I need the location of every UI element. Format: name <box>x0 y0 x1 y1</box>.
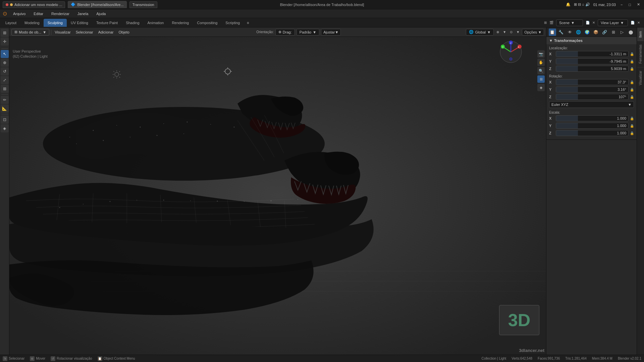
notification-icon[interactable]: 🔔 <box>566 2 571 7</box>
header-selecionar[interactable]: Selecionar <box>74 29 95 35</box>
tab-modeling[interactable]: Modeling <box>20 19 44 27</box>
euler-dropdown[interactable]: Euler XYZ ▼ <box>549 101 634 108</box>
transmission-tab[interactable]: Transmission <box>129 1 157 8</box>
scene-dropdown[interactable]: Scene ▼ <box>556 19 583 26</box>
scale-y-lock[interactable]: 🔒 <box>630 124 634 128</box>
tab-animation[interactable]: Animation <box>144 19 168 27</box>
app-icon-tab[interactable]: Adicionar um novo modelo ... <box>3 1 65 8</box>
tool-move[interactable]: ⊕ <box>1 59 9 67</box>
strip-visualizar-tab[interactable]: Visualizar <box>637 67 644 88</box>
menu-arquivo[interactable]: Arquivo <box>11 11 28 17</box>
rpanel-tab-view[interactable]: 👁 <box>566 28 574 36</box>
rot-y-lock[interactable]: 🔒 <box>630 88 634 92</box>
strip-ferramentas-tab[interactable]: Ferramentas <box>637 41 644 67</box>
camera-btn[interactable]: 📷 <box>537 50 545 58</box>
rpanel-tab-modifier[interactable]: ⊞ <box>610 28 617 36</box>
nav-gizmo[interactable]: X Y Z <box>499 40 523 64</box>
header-objeto[interactable]: Objeto <box>117 29 131 35</box>
mode-dropdown[interactable]: ⊞ Modo de ob... ▼ <box>11 29 49 36</box>
global-dropdown[interactable]: 🌐 Global ▼ <box>466 29 494 36</box>
options-btn[interactable]: Opções ▼ <box>522 29 544 36</box>
rpanel-tab-material[interactable]: ⬤ <box>627 28 635 36</box>
drag-dropdown[interactable]: ⊕ Drag: <box>275 29 295 36</box>
rot-y-value[interactable]: 3.16° <box>556 86 629 93</box>
menu-ajuda[interactable]: Ajuda <box>94 11 108 17</box>
tool-annotate[interactable]: ✏ <box>1 96 9 104</box>
ajustar-btn[interactable]: Ajustar ▼ <box>321 29 341 36</box>
render-mode-btn[interactable]: ⊞ <box>537 75 545 83</box>
rot-x-lock[interactable]: 🔒 <box>630 80 634 84</box>
tab-shading[interactable]: Shading <box>122 19 143 27</box>
magnet-btn[interactable]: ⊕ <box>495 29 501 35</box>
tool-extra-1[interactable]: ⊡ <box>1 116 9 124</box>
tab1-label[interactable]: Adicionar um novo modelo ... <box>14 3 62 7</box>
tab-sculpting[interactable]: Sculpting <box>44 19 67 27</box>
scale-z-row: Z 1.000 🔒 <box>549 130 634 136</box>
scale-z-value[interactable]: 1.000 <box>556 130 629 136</box>
snap-type-btn[interactable]: ▼ <box>501 29 507 35</box>
tab-texture-paint[interactable]: Texture Paint <box>92 19 122 27</box>
rpanel-tab-item[interactable]: 📋 <box>549 28 556 36</box>
padrao-chevron: ▼ <box>313 30 316 34</box>
minimize-btn[interactable]: − <box>619 3 624 7</box>
rot-z-value[interactable]: 107° <box>556 94 629 100</box>
tool-scale[interactable]: ⤢ <box>1 76 9 84</box>
header-visualizar[interactable]: Visualizar <box>53 29 72 35</box>
scale-z-lock[interactable]: 🔒 <box>630 131 634 135</box>
tab-rendering[interactable]: Rendering <box>168 19 193 27</box>
blender-tab[interactable]: 🔷 Blender [/home/allison/Are... <box>68 1 126 8</box>
add-workspace-btn[interactable]: + <box>244 19 252 27</box>
zoom-btn[interactable]: 🔍 <box>537 67 545 74</box>
close-btn[interactable]: ✕ <box>636 2 641 7</box>
tab-scripting[interactable]: Scripting <box>221 19 244 27</box>
rpanel-tab-object[interactable]: 📦 <box>592 28 600 36</box>
menu-renderizar[interactable]: Renderizar <box>49 11 71 17</box>
rot-x-value[interactable]: 37.3° <box>556 79 629 85</box>
view-layer-dropdown[interactable]: View Layer ▼ <box>598 19 628 26</box>
proptype-btn[interactable]: ▼ <box>515 29 521 35</box>
tab3-label: Transmission <box>132 3 154 7</box>
loc-x-lock[interactable]: 🔒 <box>630 52 634 56</box>
strip-item-tab[interactable]: Item <box>637 27 644 41</box>
tool-rotate[interactable]: ↺ <box>1 67 9 75</box>
rpanel-tab-constraint[interactable]: 🔗 <box>601 28 608 36</box>
rotacao-group: Rotação: X 37.3° 🔒 Y 3.16° 🔒 Z 107° <box>549 74 634 108</box>
loc-z-lock[interactable]: 🔒 <box>630 67 634 71</box>
mouse-icon: 🖱 <box>3 356 7 361</box>
scale-x-lock[interactable]: 🔒 <box>630 117 634 120</box>
tool-measure[interactable]: 📐 <box>1 105 9 113</box>
loc-y-lock[interactable]: 🔒 <box>630 60 634 63</box>
tool-transform[interactable]: ⊞ <box>1 85 9 93</box>
menu-editar[interactable]: Editar <box>32 11 45 17</box>
proportional-btn[interactable]: ⊙ <box>508 29 514 35</box>
tab-layout[interactable]: Layout <box>1 19 20 27</box>
rpanel-tab-scene[interactable]: 🌐 <box>575 28 582 36</box>
rpanel-tab-data[interactable]: ▷ <box>619 28 626 36</box>
rot-z-lock[interactable]: 🔒 <box>630 95 634 99</box>
menu-janela[interactable]: Janela <box>75 11 90 17</box>
tool-extra-2[interactable]: ◈ <box>1 124 9 132</box>
loc-x-value[interactable]: -1.3311 m <box>556 51 629 57</box>
tool-mode-btn[interactable]: ⊞ <box>1 29 9 37</box>
padrao-dropdown[interactable]: Padrão ▼ <box>297 29 319 36</box>
rpanel-tab-tool[interactable]: 🔧 <box>557 28 565 36</box>
tool-header-btn[interactable]: ✛ <box>1 38 9 46</box>
global-chevron: ▼ <box>487 30 491 34</box>
header-adicionar[interactable]: Adicionar <box>97 29 115 35</box>
tool-cursor[interactable]: ↖ <box>1 50 9 58</box>
viewport-3d[interactable]: User Perspective (62) Collection | Light… <box>9 37 546 355</box>
rpanel-tab-world[interactable]: 🌍 <box>584 28 591 36</box>
loc-y-value[interactable]: -9.7945 m <box>556 58 629 64</box>
collection-label: (62) Collection | Light <box>13 54 48 59</box>
scale-y-value[interactable]: 1.000 <box>556 123 629 129</box>
overlay-btn[interactable]: ◈ <box>537 84 545 91</box>
maximize-btn[interactable]: □ <box>627 3 632 7</box>
scale-x-value[interactable]: 1.000 <box>556 115 629 121</box>
transformacoes-title[interactable]: ▼ Transformações <box>546 37 637 44</box>
tab-uv-editing[interactable]: UV Editing <box>67 19 92 27</box>
context-label: Object Context Menu <box>104 357 135 360</box>
hand-btn[interactable]: ✋ <box>537 59 545 66</box>
loc-z-value[interactable]: 5.9039 m <box>556 66 629 72</box>
tab-compositing[interactable]: Compositing <box>193 19 221 27</box>
svg-text:X: X <box>518 46 520 48</box>
